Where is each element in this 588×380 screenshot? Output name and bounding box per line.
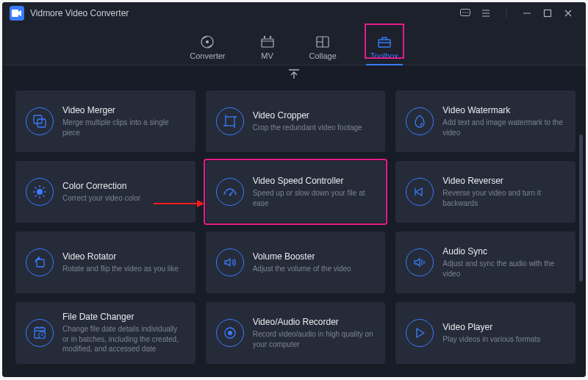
tab-collage[interactable]: Collage <box>309 35 337 65</box>
card-text: Video WatermarkAdd text and image waterm… <box>442 105 565 137</box>
watermark-icon <box>406 107 434 135</box>
card-text: Video Speed ControllerSpeed up or slow d… <box>253 176 376 208</box>
tool-card-date[interactable]: File Date ChangerChange file date detail… <box>15 302 196 364</box>
card-text: Video CropperCrop the redundant video fo… <box>253 110 376 133</box>
scrollbar[interactable] <box>579 135 583 282</box>
svg-point-19 <box>37 189 43 195</box>
svg-rect-18 <box>226 117 234 126</box>
svg-line-26 <box>35 195 37 196</box>
toolbox-content: Video MergerMerge multiple clips into a … <box>2 65 586 377</box>
svg-point-32 <box>232 190 232 190</box>
card-desc: Change file date details individually or… <box>62 324 185 354</box>
svg-point-39 <box>228 331 232 335</box>
svg-line-29 <box>230 191 233 195</box>
svg-rect-7 <box>545 10 551 17</box>
card-title: Color Correction <box>62 181 185 191</box>
tool-card-merger[interactable]: Video MergerMerge multiple clips into a … <box>15 90 196 152</box>
card-text: Video RotatorRotate and flip the video a… <box>62 251 185 274</box>
svg-point-11 <box>263 36 265 37</box>
titlebar: Vidmore Video Converter <box>2 2 586 24</box>
svg-rect-35 <box>37 259 44 267</box>
converter-icon <box>199 35 215 49</box>
svg-point-33 <box>234 193 234 193</box>
svg-point-12 <box>269 36 270 37</box>
svg-point-9 <box>206 40 209 43</box>
svg-point-3 <box>465 12 466 13</box>
svg-rect-10 <box>262 39 273 47</box>
card-desc: Add text and image watermark to the vide… <box>442 118 565 137</box>
tab-mv[interactable]: MV <box>259 35 276 65</box>
card-title: Video Merger <box>62 105 185 115</box>
svg-point-2 <box>462 12 464 13</box>
tab-label: Toolbox <box>370 51 398 60</box>
app-window: Vidmore Video Converter Converter <box>2 2 586 377</box>
tool-card-recorder[interactable]: Video/Audio RecorderRecord video/audio i… <box>206 302 386 364</box>
collage-icon <box>315 35 331 49</box>
card-desc: Play videos in various formats <box>442 334 565 345</box>
tool-card-volume[interactable]: Volume BoosterAdjust the volume of the v… <box>206 232 386 293</box>
card-text: Video/Audio RecorderRecord video/audio i… <box>253 317 376 349</box>
svg-point-4 <box>467 12 468 13</box>
feedback-icon[interactable] <box>455 6 476 21</box>
card-title: Volume Booster <box>253 251 376 262</box>
card-desc: Record video/audio in high quality on yo… <box>253 329 376 349</box>
svg-line-27 <box>43 187 44 189</box>
speed-icon <box>216 178 244 206</box>
tab-toolbox[interactable]: Toolbox <box>370 35 398 65</box>
card-title: Video Cropper <box>253 110 376 121</box>
tool-card-reverser[interactable]: Video ReverserReverse your video and tur… <box>395 161 576 223</box>
tool-card-watermark[interactable]: Video WatermarkAdd text and image waterm… <box>395 90 576 152</box>
card-text: Audio SyncAdjust and sync the audio with… <box>442 246 565 279</box>
recorder-icon <box>216 319 244 347</box>
menu-icon[interactable] <box>476 6 496 21</box>
mv-icon <box>259 35 276 49</box>
cropper-icon <box>216 107 244 135</box>
card-title: Video Player <box>442 322 565 332</box>
svg-rect-14 <box>379 40 390 47</box>
merger-icon <box>26 107 54 135</box>
main-tabs: Converter MV Collage Toolbox <box>2 24 586 65</box>
tool-grid: Video MergerMerge multiple clips into a … <box>15 90 576 364</box>
card-desc: Rotate and flip the video as you like <box>62 264 185 274</box>
svg-line-24 <box>35 187 37 189</box>
tool-card-player[interactable]: Video PlayerPlay videos in various forma… <box>395 302 576 364</box>
svg-point-31 <box>227 190 228 190</box>
color-icon <box>26 178 54 206</box>
app-logo-icon <box>10 6 24 21</box>
tab-label: Converter <box>190 51 225 60</box>
tool-card-sync[interactable]: Audio SyncAdjust and sync the audio with… <box>395 232 576 293</box>
card-title: Video Reverser <box>442 176 565 186</box>
card-text: Video PlayerPlay videos in various forma… <box>442 322 565 345</box>
card-desc: Correct your video color <box>62 193 185 204</box>
card-text: Video ReverserReverse your video and tur… <box>442 176 565 208</box>
card-title: File Date Changer <box>62 312 185 322</box>
player-icon <box>406 319 434 347</box>
card-title: Video/Audio Recorder <box>253 317 376 327</box>
rotator-icon <box>26 248 54 276</box>
toolbox-icon <box>376 35 392 49</box>
tool-card-cropper[interactable]: Video CropperCrop the redundant video fo… <box>206 90 386 152</box>
card-text: File Date ChangerChange file date detail… <box>62 312 185 354</box>
card-text: Color CorrectionCorrect your video color <box>62 181 185 204</box>
divider <box>496 6 517 21</box>
tool-card-rotator[interactable]: Video RotatorRotate and flip the video a… <box>15 232 196 293</box>
tab-label: MV <box>261 51 273 60</box>
maximize-button[interactable] <box>537 6 558 21</box>
tab-converter[interactable]: Converter <box>190 35 225 65</box>
card-text: Video MergerMerge multiple clips into a … <box>62 105 185 137</box>
card-desc: Crop the redundant video footage <box>253 123 376 133</box>
app-title: Vidmore Video Converter <box>30 8 129 18</box>
tool-card-color[interactable]: Color CorrectionCorrect your video color <box>15 161 196 223</box>
date-icon <box>26 319 54 347</box>
close-button[interactable] <box>558 6 578 21</box>
card-title: Video Speed Controller <box>253 176 376 186</box>
reverser-icon <box>406 178 434 206</box>
card-title: Video Watermark <box>442 105 565 115</box>
tool-card-speed[interactable]: Video Speed ControllerSpeed up or slow d… <box>206 161 386 223</box>
card-text: Volume BoosterAdjust the volume of the v… <box>253 251 376 274</box>
card-desc: Reverse your video and turn it backwards <box>442 188 565 208</box>
sync-icon <box>406 248 434 276</box>
minimize-button[interactable] <box>517 6 537 21</box>
card-title: Video Rotator <box>62 251 185 262</box>
card-desc: Speed up or slow down your file at ease <box>253 188 376 208</box>
